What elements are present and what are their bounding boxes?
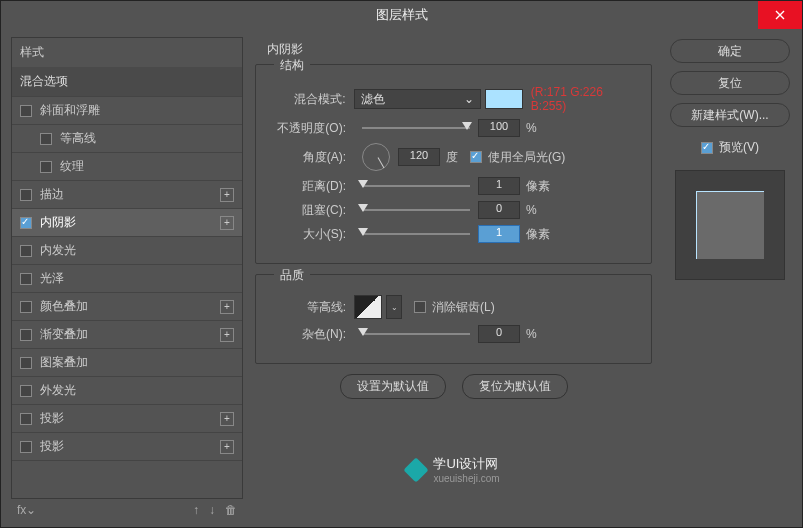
preview-checkbox[interactable] bbox=[701, 142, 713, 154]
arrow-up-icon[interactable]: ↑ bbox=[193, 503, 199, 517]
style-checkbox[interactable] bbox=[40, 161, 52, 173]
style-item-7[interactable]: 颜色叠加+ bbox=[12, 293, 242, 321]
choke-input[interactable]: 0 bbox=[478, 201, 520, 219]
opacity-input[interactable]: 100 bbox=[478, 119, 520, 137]
new-style-button[interactable]: 新建样式(W)... bbox=[670, 103, 790, 127]
style-item-10[interactable]: 外发光 bbox=[12, 377, 242, 405]
close-icon bbox=[775, 10, 785, 20]
style-checkbox[interactable] bbox=[20, 189, 32, 201]
style-item-label: 等高线 bbox=[60, 130, 96, 147]
style-item-9[interactable]: 图案叠加 bbox=[12, 349, 242, 377]
opacity-label: 不透明度(O): bbox=[266, 120, 354, 137]
style-item-0[interactable]: 斜面和浮雕 bbox=[12, 97, 242, 125]
preview-box bbox=[675, 170, 785, 280]
rgb-annotation: (R:171 G:226 B:255) bbox=[531, 85, 641, 113]
style-item-label: 描边 bbox=[40, 186, 64, 203]
fx-menu-icon[interactable]: fx⌄ bbox=[17, 503, 36, 517]
trash-icon[interactable]: 🗑 bbox=[225, 503, 237, 517]
style-item-label: 投影 bbox=[40, 438, 64, 455]
antialias-label: 消除锯齿(L) bbox=[432, 299, 495, 316]
noise-label: 杂色(N): bbox=[266, 326, 354, 343]
chevron-down-icon: ⌄ bbox=[464, 92, 474, 106]
blend-options[interactable]: 混合选项 bbox=[12, 67, 242, 97]
style-checkbox[interactable] bbox=[20, 413, 32, 425]
style-checkbox[interactable] bbox=[40, 133, 52, 145]
style-item-label: 外发光 bbox=[40, 382, 76, 399]
style-item-12[interactable]: 投影+ bbox=[12, 433, 242, 461]
choke-label: 阻塞(C): bbox=[266, 202, 354, 219]
style-item-3[interactable]: 描边+ bbox=[12, 181, 242, 209]
style-checkbox[interactable] bbox=[20, 273, 32, 285]
distance-label: 距离(D): bbox=[266, 178, 354, 195]
quality-legend: 品质 bbox=[274, 267, 310, 284]
structure-legend: 结构 bbox=[274, 57, 310, 74]
style-item-4[interactable]: 内阴影+ bbox=[12, 209, 242, 237]
add-instance-icon[interactable]: + bbox=[220, 300, 234, 314]
contour-label: 等高线: bbox=[266, 299, 354, 316]
blend-mode-select[interactable]: 滤色 ⌄ bbox=[354, 89, 481, 109]
reset-button[interactable]: 复位 bbox=[670, 71, 790, 95]
add-instance-icon[interactable]: + bbox=[220, 328, 234, 342]
antialias-checkbox[interactable] bbox=[414, 301, 426, 313]
angle-input[interactable]: 120 bbox=[398, 148, 440, 166]
add-instance-icon[interactable]: + bbox=[220, 440, 234, 454]
styles-header: 样式 bbox=[12, 38, 242, 67]
style-checkbox[interactable] bbox=[20, 217, 32, 229]
style-checkbox[interactable] bbox=[20, 329, 32, 341]
choke-slider[interactable] bbox=[362, 209, 470, 211]
add-instance-icon[interactable]: + bbox=[220, 412, 234, 426]
opacity-slider[interactable] bbox=[362, 127, 470, 129]
contour-picker[interactable] bbox=[354, 295, 382, 319]
preview-toggle[interactable]: 预览(V) bbox=[701, 139, 759, 156]
style-item-6[interactable]: 光泽 bbox=[12, 265, 242, 293]
style-item-5[interactable]: 内发光 bbox=[12, 237, 242, 265]
action-panel: 确定 复位 新建样式(W)... 预览(V) bbox=[658, 29, 802, 527]
ok-button[interactable]: 确定 bbox=[670, 39, 790, 63]
structure-group: 结构 混合模式: 滤色 ⌄ (R:171 G:226 B:255) 不透明度(O… bbox=[255, 64, 652, 264]
style-checkbox[interactable] bbox=[20, 301, 32, 313]
angle-dial[interactable] bbox=[362, 143, 390, 171]
style-item-label: 投影 bbox=[40, 410, 64, 427]
style-item-label: 渐变叠加 bbox=[40, 326, 88, 343]
size-input[interactable]: 1 bbox=[478, 225, 520, 243]
style-checkbox[interactable] bbox=[20, 245, 32, 257]
add-instance-icon[interactable]: + bbox=[220, 216, 234, 230]
settings-panel: 内阴影 结构 混合模式: 滤色 ⌄ (R:171 G:226 B:255) 不透… bbox=[249, 29, 658, 527]
distance-slider[interactable] bbox=[362, 185, 470, 187]
style-item-label: 颜色叠加 bbox=[40, 298, 88, 315]
global-light-checkbox[interactable] bbox=[470, 151, 482, 163]
style-item-label: 纹理 bbox=[60, 158, 84, 175]
styles-panel: 样式 混合选项 斜面和浮雕等高线纹理描边+内阴影+内发光光泽颜色叠加+渐变叠加+… bbox=[1, 29, 249, 527]
style-item-1[interactable]: 等高线 bbox=[12, 125, 242, 153]
style-item-label: 内发光 bbox=[40, 242, 76, 259]
contour-dropdown[interactable]: ⌄ bbox=[386, 295, 402, 319]
global-light-label: 使用全局光(G) bbox=[488, 149, 565, 166]
blend-mode-label: 混合模式: bbox=[266, 91, 354, 108]
style-item-label: 光泽 bbox=[40, 270, 64, 287]
add-instance-icon[interactable]: + bbox=[220, 188, 234, 202]
style-tools: fx⌄ ↑ ↓ 🗑 bbox=[11, 499, 243, 521]
size-label: 大小(S): bbox=[266, 226, 354, 243]
arrow-down-icon[interactable]: ↓ bbox=[209, 503, 215, 517]
color-swatch[interactable] bbox=[485, 89, 523, 109]
noise-slider[interactable] bbox=[362, 333, 470, 335]
size-slider[interactable] bbox=[362, 233, 470, 235]
style-checkbox[interactable] bbox=[20, 441, 32, 453]
style-checkbox[interactable] bbox=[20, 385, 32, 397]
style-item-2[interactable]: 纹理 bbox=[12, 153, 242, 181]
distance-input[interactable]: 1 bbox=[478, 177, 520, 195]
style-checkbox[interactable] bbox=[20, 357, 32, 369]
style-item-label: 内阴影 bbox=[40, 214, 76, 231]
style-checkbox[interactable] bbox=[20, 105, 32, 117]
style-item-8[interactable]: 渐变叠加+ bbox=[12, 321, 242, 349]
preview-inner bbox=[696, 191, 764, 259]
section-title: 内阴影 bbox=[267, 41, 652, 58]
logo-icon bbox=[404, 457, 429, 482]
reset-default-button[interactable]: 复位为默认值 bbox=[462, 374, 568, 399]
make-default-button[interactable]: 设置为默认值 bbox=[340, 374, 446, 399]
watermark: 学UI设计网 xueuisheji.com bbox=[255, 455, 652, 484]
noise-input[interactable]: 0 bbox=[478, 325, 520, 343]
quality-group: 品质 等高线: ⌄ 消除锯齿(L) 杂色(N): 0 % bbox=[255, 274, 652, 364]
close-button[interactable] bbox=[758, 1, 802, 29]
style-item-11[interactable]: 投影+ bbox=[12, 405, 242, 433]
